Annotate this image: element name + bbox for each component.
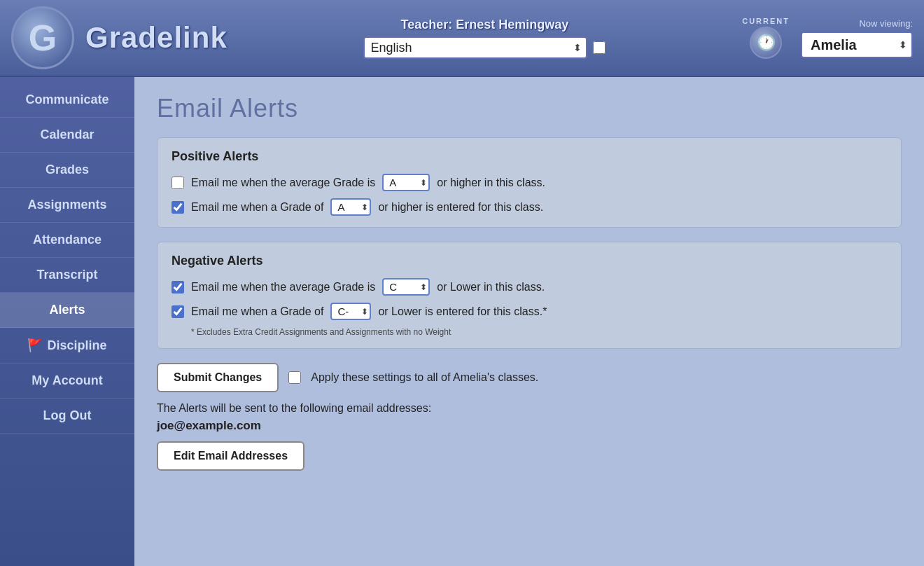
class-select-wrapper: English Math Science xyxy=(363,36,587,59)
positive-grade-of-text-after: or higher is entered for this class. xyxy=(378,201,543,214)
apply-all-label: Apply these settings to all of Amelia's … xyxy=(311,371,538,384)
negative-grade-of-text-before: Email me when a Grade of xyxy=(191,305,323,318)
sidebar-item-assignments[interactable]: Assignments xyxy=(0,188,134,223)
sidebar-item-assignments-label: Assignments xyxy=(27,198,106,212)
positive-alerts-panel: Positive Alerts Email me when the averag… xyxy=(157,137,902,228)
teacher-label: Teacher: Ernest Hemingway xyxy=(401,18,569,32)
negative-alerts-title: Negative Alerts xyxy=(172,254,887,268)
sidebar-item-log-out-label: Log Out xyxy=(43,408,92,423)
edit-email-button[interactable]: Edit Email Addresses xyxy=(157,441,304,471)
student-select-wrapper: Amelia John xyxy=(801,32,913,58)
sidebar: Communicate Calendar Grades Assignments … xyxy=(0,77,134,566)
sidebar-item-transcript-label: Transcript xyxy=(36,268,97,282)
class-select-row: English Math Science xyxy=(363,36,606,59)
sidebar-item-calendar-label: Calendar xyxy=(40,127,94,142)
negative-grade-of-select[interactable]: A+ A A- B+ B B- C+ C C- D+ D D- F xyxy=(330,303,371,320)
app-logo: G xyxy=(11,6,74,69)
header-center: Teacher: Ernest Hemingway English Math S… xyxy=(239,18,731,59)
submit-button[interactable]: Submit Changes xyxy=(157,363,279,392)
now-viewing-label: Now viewing: xyxy=(859,18,913,29)
positive-grade-of-text-before: Email me when a Grade of xyxy=(191,201,323,214)
sidebar-item-communicate[interactable]: Communicate xyxy=(0,83,134,118)
negative-alert-row-1: Email me when the average Grade is A+ A … xyxy=(172,278,887,296)
sidebar-item-attendance-label: Attendance xyxy=(33,233,102,247)
negative-grade-of-checkbox[interactable] xyxy=(172,305,184,318)
flag-icon: 🚩 xyxy=(27,338,43,353)
app-title: Gradelink xyxy=(85,21,227,55)
sidebar-item-transcript[interactable]: Transcript xyxy=(0,258,134,293)
positive-avg-grade-text-before: Email me when the average Grade is xyxy=(191,177,375,189)
class-checkbox[interactable] xyxy=(593,41,606,54)
negative-avg-grade-select-wrapper: A+ A A- B+ B B- C+ C C- D+ D D- F xyxy=(382,278,430,296)
negative-avg-grade-select[interactable]: A+ A A- B+ B B- C+ C C- D+ D D- F xyxy=(382,278,430,296)
negative-alerts-panel: Negative Alerts Email me when the averag… xyxy=(157,242,902,349)
layout: Communicate Calendar Grades Assignments … xyxy=(0,77,924,566)
positive-avg-grade-select-wrapper: A+ A A- B+ B B- C+ C C- D+ D D- F xyxy=(382,174,430,191)
sidebar-item-my-account[interactable]: My Account xyxy=(0,364,134,399)
sidebar-item-discipline[interactable]: 🚩 Discipline xyxy=(0,328,134,364)
positive-avg-grade-text-after: or higher in this class. xyxy=(437,177,545,189)
positive-avg-grade-checkbox[interactable] xyxy=(172,177,184,189)
sidebar-item-my-account-label: My Account xyxy=(31,373,102,388)
sidebar-item-calendar[interactable]: Calendar xyxy=(0,118,134,153)
positive-alert-row-2: Email me when a Grade of A+ A A- B+ B B-… xyxy=(172,198,887,216)
header: G Gradelink Teacher: Ernest Hemingway En… xyxy=(0,0,924,77)
positive-grade-of-select[interactable]: A+ A A- B+ B B- C+ C C- D+ D D- F xyxy=(330,198,371,216)
sidebar-item-attendance[interactable]: Attendance xyxy=(0,223,134,258)
sidebar-item-alerts[interactable]: Alerts xyxy=(0,293,134,328)
main-content: Email Alerts Positive Alerts Email me wh… xyxy=(134,77,924,566)
clock-area: CURRENT 🕐 xyxy=(742,17,790,59)
positive-alert-row-1: Email me when the average Grade is A+ A … xyxy=(172,174,887,191)
negative-grade-of-select-wrapper: A+ A A- B+ B B- C+ C C- D+ D D- F xyxy=(330,303,371,320)
negative-avg-grade-checkbox[interactable] xyxy=(172,281,184,294)
page-title: Email Alerts xyxy=(157,94,902,123)
negative-grade-of-text-after: or Lower is entered for this class.* xyxy=(378,305,547,318)
negative-avg-grade-text-before: Email me when the average Grade is xyxy=(191,281,375,294)
submit-row: Submit Changes Apply these settings to a… xyxy=(157,363,902,392)
bottom-area: Submit Changes Apply these settings to a… xyxy=(157,363,902,471)
negative-alerts-footnote: * Excludes Extra Credit Assignments and … xyxy=(191,327,887,337)
sidebar-item-grades-label: Grades xyxy=(46,163,89,177)
now-viewing-area: Now viewing: Amelia John xyxy=(801,18,913,58)
current-label: CURRENT xyxy=(742,17,790,25)
logo-letter: G xyxy=(29,17,57,59)
class-select[interactable]: English Math Science xyxy=(363,36,587,59)
positive-grade-of-checkbox[interactable] xyxy=(172,201,184,214)
positive-alerts-title: Positive Alerts xyxy=(172,149,887,164)
apply-all-checkbox[interactable] xyxy=(288,371,301,384)
positive-avg-grade-select[interactable]: A+ A A- B+ B B- C+ C C- D+ D D- F xyxy=(382,174,430,191)
clock-icon[interactable]: 🕐 xyxy=(750,27,782,59)
negative-alert-row-2: Email me when a Grade of A+ A A- B+ B B-… xyxy=(172,303,887,320)
sidebar-item-grades[interactable]: Grades xyxy=(0,153,134,188)
sidebar-item-alerts-label: Alerts xyxy=(49,303,85,317)
email-info: The Alerts will be sent to the following… xyxy=(157,402,902,415)
sidebar-item-log-out[interactable]: Log Out xyxy=(0,399,134,434)
sidebar-item-communicate-label: Communicate xyxy=(25,92,108,107)
sidebar-item-discipline-label: Discipline xyxy=(47,338,106,353)
positive-grade-of-select-wrapper: A+ A A- B+ B B- C+ C C- D+ D D- F xyxy=(330,198,371,216)
student-select[interactable]: Amelia John xyxy=(801,32,913,58)
email-address: joe@example.com xyxy=(157,419,902,433)
negative-avg-grade-text-after: or Lower in this class. xyxy=(437,281,545,294)
